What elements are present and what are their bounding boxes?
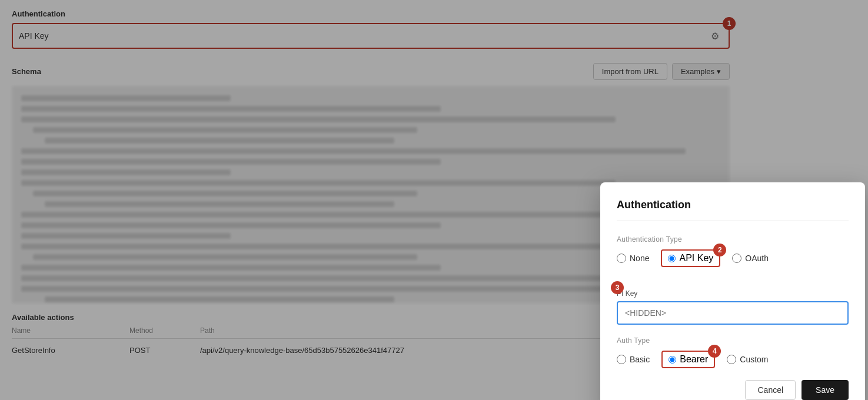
pi-key-label: PI Key bbox=[617, 289, 849, 298]
auth-type2-radio-group: Basic Bearer 4 Custom bbox=[617, 351, 849, 368]
radio-oauth-input[interactable] bbox=[732, 254, 741, 263]
radio-basic[interactable]: Basic bbox=[617, 355, 650, 364]
radio-none[interactable]: None bbox=[617, 254, 649, 263]
radio-none-input[interactable] bbox=[617, 254, 626, 263]
step-badge-4: 4 bbox=[708, 345, 721, 358]
step-badge-3: 3 bbox=[611, 281, 624, 294]
radio-api-key-highlighted[interactable]: API Key bbox=[661, 249, 720, 267]
authentication-modal: Authentication Authentication Type None … bbox=[600, 182, 865, 400]
radio-basic-input[interactable] bbox=[617, 355, 626, 364]
radio-oauth[interactable]: OAuth bbox=[732, 254, 769, 263]
auth-type-label2: Auth Type bbox=[617, 336, 849, 345]
radio-api-key-input[interactable] bbox=[668, 255, 676, 262]
auth-type-radio-group: None API Key 2 OAuth bbox=[617, 249, 849, 267]
cancel-button[interactable]: Cancel bbox=[745, 380, 796, 400]
modal-title: Authentication bbox=[617, 199, 849, 221]
save-button[interactable]: Save bbox=[802, 380, 849, 400]
radio-bearer-highlighted[interactable]: Bearer bbox=[661, 351, 715, 368]
modal-footer: Cancel Save bbox=[617, 380, 849, 400]
step-badge-2: 2 bbox=[713, 244, 726, 256]
pi-key-input[interactable] bbox=[617, 301, 849, 325]
radio-custom[interactable]: Custom bbox=[727, 355, 768, 364]
radio-bearer-input[interactable] bbox=[669, 356, 676, 364]
auth-type-section-label: Authentication Type bbox=[617, 235, 849, 244]
radio-custom-input[interactable] bbox=[727, 355, 736, 364]
